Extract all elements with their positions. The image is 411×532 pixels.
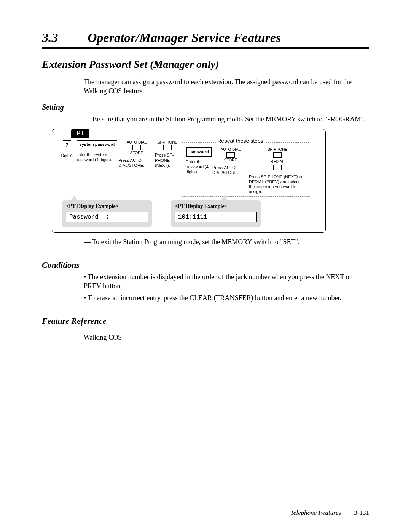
footer-book: Telephone Features bbox=[290, 509, 341, 516]
display-example-2: <PT Display Example> 101:1111 bbox=[171, 200, 261, 227]
spphone-button-2-icon bbox=[273, 152, 282, 158]
password-caption: Enter the password (4 digits). bbox=[186, 160, 212, 175]
conditions-heading: Conditions bbox=[42, 260, 369, 270]
password-box: password bbox=[186, 147, 211, 157]
display-examples: <PT Display Example> Password : <PT Disp… bbox=[52, 197, 325, 227]
page: 3.3Operator/Manager Service Features Ext… bbox=[0, 0, 411, 532]
spphone-redial-stack: SP-PHONE REDIAL bbox=[249, 147, 306, 172]
system-password-box: system password bbox=[77, 140, 117, 149]
display-example-1: <PT Display Example> Password : bbox=[62, 200, 152, 227]
condition-1: • The extension number is displayed in t… bbox=[84, 272, 369, 291]
spphone-redial-caption: Press SP-PHONE (NEXT) or REDIAL (PREV) a… bbox=[249, 174, 306, 195]
redial-label: REDIAL bbox=[271, 160, 284, 165]
section-number: 3.3 bbox=[42, 30, 88, 45]
store-label-1: STORE bbox=[118, 151, 155, 156]
footer-page: 3-131 bbox=[354, 509, 369, 516]
display-example-1-value: Password : bbox=[66, 212, 148, 222]
autodial-caption-2: Press AUTO DIAL/STORE. bbox=[212, 165, 249, 175]
section-title: 3.3Operator/Manager Service Features bbox=[42, 30, 369, 45]
redial-button-icon bbox=[273, 165, 282, 170]
feature-title-suffix: (Manager only) bbox=[147, 58, 219, 70]
footer-rule bbox=[42, 505, 369, 505]
repeat-steps-box: password Enter the password (4 digits). … bbox=[182, 142, 310, 197]
display-example-1-title: <PT Display Example> bbox=[66, 203, 148, 209]
spphone-caption-1: Press SP-PHONE (NEXT). bbox=[155, 153, 180, 168]
dial-7-caption: Dial 7. bbox=[58, 153, 76, 158]
diagram-steps: 7 Dial 7. system password Enter the syst… bbox=[52, 140, 325, 197]
callout-tail-1-icon bbox=[70, 195, 78, 201]
feature-reference-heading: Feature Reference bbox=[42, 316, 369, 326]
autodial-button-1-icon bbox=[132, 145, 141, 150]
spphone-button-1-icon bbox=[163, 145, 172, 150]
autodial-caption-1: Press AUTO DIAL/STORE. bbox=[118, 158, 155, 168]
feature-title: Extension Password Set (Manager only) bbox=[42, 58, 369, 70]
repeat-label: Repeat these steps. bbox=[216, 138, 266, 144]
condition-2: • To erase an incorrect entry, press the… bbox=[84, 293, 369, 302]
intro-text: The manager can assign a password to eac… bbox=[84, 77, 369, 96]
section-name: Operator/Manager Service Features bbox=[88, 30, 281, 45]
pt-diagram: PT 7 Dial 7. system password Enter the s… bbox=[52, 129, 326, 233]
callout-tail-2-icon bbox=[220, 195, 228, 201]
setting-line-1: — Be sure that you are in the Station Pr… bbox=[84, 115, 369, 124]
display-example-2-title: <PT Display Example> bbox=[175, 203, 257, 209]
feature-reference-item: Walking COS bbox=[84, 333, 369, 342]
display-example-2-value: 101:1111 bbox=[175, 212, 257, 222]
setting-line-2: — To exit the Station Programming mode, … bbox=[84, 237, 369, 246]
condition-1-text: The extension number is displayed in the… bbox=[84, 273, 351, 290]
autodial-button-2-icon bbox=[226, 152, 235, 158]
feature-title-bold: Extension Password Set bbox=[42, 58, 147, 70]
store-label-2: STORE bbox=[212, 158, 249, 163]
footer: Telephone Features 3-131 bbox=[290, 509, 369, 517]
dial-7-box: 7 bbox=[63, 140, 71, 150]
condition-2-text: To erase an incorrect entry, press the C… bbox=[88, 294, 341, 302]
system-password-caption: Enter the system password (4 digits). bbox=[76, 152, 118, 162]
spphone-label-2: SP-PHONE bbox=[268, 147, 287, 152]
autodial-label-2: AUTO DIAL bbox=[212, 147, 249, 152]
title-rule bbox=[42, 47, 369, 50]
autodial-label-1: AUTO DIAL bbox=[118, 140, 155, 145]
pt-tab: PT bbox=[71, 129, 89, 138]
setting-heading: Setting bbox=[42, 103, 369, 112]
spphone-label-1: SP-PHONE bbox=[155, 140, 180, 145]
